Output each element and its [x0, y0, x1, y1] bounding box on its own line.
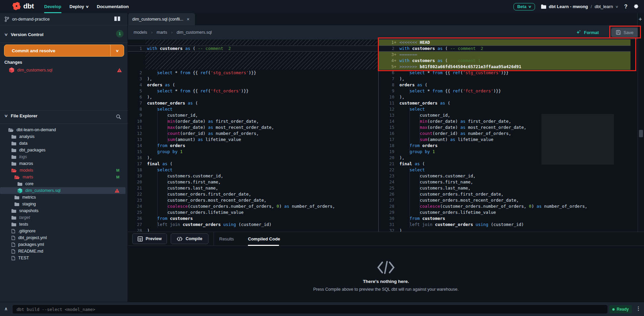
code-line[interactable]: 23 customers.customer_id,: [379, 173, 631, 179]
code-line[interactable]: 4orders as (: [128, 82, 377, 88]
code-line[interactable]: 6),: [128, 94, 377, 100]
code-line[interactable]: 27 left join customer_orders using (cust…: [128, 222, 377, 228]
tree-item-dbt-project-yml[interactable]: dbt_project.yml: [0, 234, 125, 241]
tree-item-tests[interactable]: tests: [0, 221, 125, 228]
preview-button[interactable]: Preview: [132, 233, 167, 244]
project-switcher[interactable]: dbt Learn - mwong / dbt_learn ∨: [541, 4, 618, 9]
code-line[interactable]: 29 customer_orders.lifetime_value: [379, 209, 631, 216]
code-line[interactable]: 5+>>>>>>> b81f802a66fd544504c65721e3ffaa…: [379, 64, 631, 70]
code-line[interactable]: 14 from orders: [128, 143, 377, 149]
code-line[interactable]: 11customer_orders as (: [379, 100, 631, 106]
code-line[interactable]: 7customer_orders as (: [128, 100, 377, 106]
search-icon[interactable]: [116, 114, 121, 119]
code-line[interactable]: 20 customers.first_name,: [128, 179, 377, 185]
code-line[interactable]: 7),: [379, 76, 631, 82]
tree-item-readme-md[interactable]: README.md: [0, 248, 125, 255]
code-line[interactable]: 28 coalesce(customer_orders.number_of_or…: [379, 203, 631, 209]
tab-compiled-code[interactable]: Compiled Code: [248, 232, 280, 246]
code-line[interactable]: 9 customer_id,: [128, 112, 377, 118]
format-button[interactable]: Format: [576, 25, 599, 39]
version-control-header[interactable]: ∨ Version Control 1: [0, 32, 128, 37]
code-line[interactable]: 11 max(order_date) as most_recent_order_…: [128, 124, 377, 131]
chevron-up-icon[interactable]: ∧: [4, 306, 8, 311]
help-button[interactable]: ?: [624, 4, 627, 10]
commit-options-caret[interactable]: ∨: [110, 45, 124, 56]
command-input[interactable]: [12, 305, 608, 314]
branch-row[interactable]: on-demand-practice: [0, 13, 128, 25]
beta-dropdown[interactable]: Beta ∨: [513, 3, 535, 10]
code-line[interactable]: 1+<<<<<<< HEAD: [379, 39, 631, 46]
tree-item-dbt-packages[interactable]: dbt_packages: [0, 147, 125, 153]
code-line[interactable]: 24 coalesce(customer_orders.number_of_or…: [128, 203, 377, 209]
code-line[interactable]: 1with customers as ( -- comment 2: [128, 46, 377, 52]
code-line[interactable]: 2 select * from {{ ref('stg_customers')}…: [128, 70, 377, 76]
code-line[interactable]: 2with customers as ( -- comment 2: [379, 46, 631, 52]
tree-item-analysis[interactable]: analysis: [0, 133, 125, 140]
nav-item-documentation[interactable]: Documentation: [97, 0, 129, 13]
code-line[interactable]: 25 customers.last_name,: [379, 185, 631, 191]
code-line[interactable]: 17final as (: [128, 161, 377, 167]
code-line[interactable]: 3),: [128, 76, 377, 82]
code-line[interactable]: 26 customer_orders.first_order_date,: [379, 191, 631, 197]
code-line[interactable]: 6 select * from {{ ref('stg_customers')}…: [379, 70, 631, 76]
tree-item-packages-yml[interactable]: packages.yml: [0, 241, 125, 248]
scrollbar-handle[interactable]: [639, 130, 643, 137]
code-line[interactable]: 10 min(order_date) as first_order_date,: [128, 118, 377, 124]
code-line[interactable]: 10),: [379, 94, 631, 100]
tab-dim-customers[interactable]: dim_customers.sql (confli... ×: [128, 13, 195, 25]
code-line[interactable]: 24 customers.first_name,: [379, 179, 631, 185]
file-explorer-header[interactable]: ∨ File Explorer: [0, 113, 128, 118]
tab-results[interactable]: Results: [219, 232, 234, 246]
nav-item-deploy[interactable]: Deploy ∨: [69, 0, 89, 13]
code-line[interactable]: 3+=======: [379, 52, 631, 58]
code-line[interactable]: 4+with customers as ( -- comment 1: [379, 58, 631, 64]
code-line[interactable]: 13 sum(amount) as lifetime_value: [128, 137, 377, 143]
tree-item-dim-customers-sql[interactable]: dim_customers.sql: [0, 187, 125, 194]
tree-item-core[interactable]: core: [0, 180, 125, 187]
tree-item-snapshots[interactable]: snapshots: [0, 207, 125, 214]
close-icon[interactable]: ×: [187, 17, 189, 22]
code-line[interactable]: 25 customer_orders.lifetime_value: [128, 209, 377, 216]
breadcrumb-item[interactable]: marts: [157, 30, 167, 35]
tree-item-dbt-learn-on-demand[interactable]: dbt-learn-on-demand: [0, 126, 125, 133]
code-line[interactable]: 18 select: [128, 167, 377, 173]
nav-item-develop[interactable]: Develop: [44, 0, 61, 13]
code-line[interactable]: 12 count(order_id) as number_of_orders,: [128, 131, 377, 137]
code-line[interactable]: 9 select * from {{ ref('fct_orders')}}: [379, 88, 631, 94]
commit-and-resolve-button[interactable]: Commit and resolve ∨: [4, 45, 124, 57]
code-line[interactable]: 28): [128, 228, 377, 232]
code-line[interactable]: 30 from customers: [379, 216, 631, 222]
tree-item-metrics[interactable]: metrics: [0, 194, 125, 201]
code-line[interactable]: 21 customers.last_name,: [128, 185, 377, 191]
code-line[interactable]: 15 group by 1: [128, 149, 377, 155]
changed-file-row[interactable]: dim_customers.sql: [0, 66, 128, 74]
tree-item-logs[interactable]: logs: [0, 153, 125, 160]
code-line[interactable]: 12 select: [379, 106, 631, 112]
code-line[interactable]: 22 select: [379, 167, 631, 173]
tree-item-target[interactable]: target: [0, 214, 125, 221]
save-button[interactable]: Save: [611, 28, 638, 37]
code-line[interactable]: 31 left join customer_orders using (cust…: [379, 222, 631, 228]
code-line[interactable]: 16),: [128, 155, 377, 161]
dbt-logo[interactable]: dbt: [12, 2, 34, 10]
code-line[interactable]: 23 customer_orders.most_recent_order_dat…: [128, 197, 377, 203]
tree-item-marts[interactable]: martsM: [0, 174, 125, 180]
code-line[interactable]: 27 customer_orders.most_recent_order_dat…: [379, 197, 631, 203]
code-line[interactable]: 32): [379, 228, 631, 232]
tree-item-test[interactable]: TEST: [0, 255, 125, 261]
code-line[interactable]: 8 select: [128, 106, 377, 112]
code-line[interactable]: 5 select * from {{ ref('fct_orders')}}: [128, 88, 377, 94]
tree-item-staging[interactable]: staging: [0, 201, 125, 207]
code-line[interactable]: 26 from customers: [128, 216, 377, 222]
code-line[interactable]: 19 customers.customer_id,: [128, 173, 377, 179]
new-tab-button[interactable]: +: [639, 16, 642, 23]
editor-pane-working[interactable]: 1with customers as ( -- comment 22 selec…: [128, 39, 377, 232]
kebab-menu-icon[interactable]: ⋮: [636, 306, 641, 312]
breadcrumb-item[interactable]: dim_customers.sql: [177, 30, 212, 35]
compile-button[interactable]: Compile: [171, 233, 208, 244]
code-line[interactable]: 22 customer_orders.first_order_date,: [128, 191, 377, 197]
breadcrumb-item[interactable]: models: [134, 30, 147, 35]
gear-icon[interactable]: [634, 4, 639, 9]
tree-item--gitignore[interactable]: .gitignore: [0, 228, 125, 234]
tree-item-models[interactable]: modelsM: [0, 167, 125, 174]
